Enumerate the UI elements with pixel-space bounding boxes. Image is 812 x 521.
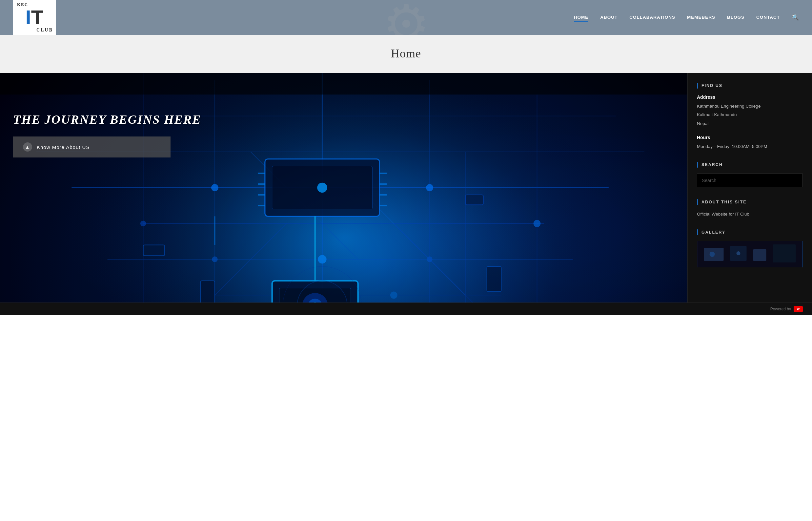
svg-point-39 [427,256,432,262]
address-label: Address [697,94,803,100]
right-sidebar: FIND US Address Kathmandu Engineering Co… [688,73,812,302]
powered-by-text: Powered by [770,307,791,311]
page-title: Home [0,47,812,60]
address-line2: Kalimati-Kathmandu [697,112,803,118]
about-site-text: Official Website for IT Club [697,211,803,218]
arrow-up-icon: ▲ [23,142,32,152]
svg-point-38 [318,255,326,264]
svg-point-58 [710,252,715,257]
hero-text-area: THE JOURNEY BEGINS HERE ▲ Know More Abou… [13,112,201,157]
hero-section: THE JOURNEY BEGINS HERE ▲ Know More Abou… [0,73,688,302]
svg-point-43 [390,292,397,299]
powered-by-logo-icon: W [794,306,803,312]
svg-rect-56 [753,249,766,261]
nav-collaborations[interactable]: COLLABARATIONS [629,14,675,22]
svg-rect-52 [0,73,688,94]
powered-by-bar: Powered by W [0,302,812,315]
find-us-title: FIND US [697,83,803,89]
search-section: SEARCH [697,162,803,187]
main-content: THE JOURNEY BEGINS HERE ▲ Know More Abou… [0,73,812,302]
svg-rect-44 [143,245,165,256]
svg-rect-45 [465,195,483,205]
hero-title: THE JOURNEY BEGINS HERE [13,112,201,127]
search-input[interactable] [697,174,803,187]
search-title: SEARCH [697,162,803,168]
logo-i-letter: I [25,7,31,27]
nav-about[interactable]: ABOUT [600,14,618,22]
logo-club-text: CLUB [37,27,56,33]
logo[interactable]: KEC I T CLUB [13,0,56,35]
search-icon[interactable]: 🔍 [792,14,799,21]
page-title-area: Home [0,35,812,73]
svg-point-41 [140,221,146,226]
nav-home[interactable]: HOME [574,14,589,22]
header: ⚙ KEC I T CLUB HOME ABOUT COLLABARATIONS… [0,0,812,35]
svg-point-40 [534,220,541,227]
logo-it-letters: I T [25,7,43,27]
about-site-title: ABOUT THIS SITE [697,199,803,205]
address-line1: Kathmandu Engineering College [697,103,803,110]
svg-rect-57 [773,244,796,263]
gallery-section: GALLERY [697,229,803,267]
logo-t-letter: T [31,7,44,27]
svg-rect-46 [200,281,215,302]
nav-blogs[interactable]: BLOGS [727,14,744,22]
svg-rect-47 [487,266,502,291]
svg-point-59 [737,251,741,255]
main-nav: HOME ABOUT COLLABARATIONS MEMEBERS BLOGS… [574,14,799,22]
circuit-board-visual [0,73,688,302]
know-more-button[interactable]: ▲ Know More About US [13,136,170,157]
about-site-section: ABOUT THIS SITE Official Website for IT … [697,199,803,218]
address-line3: Nepal [697,120,803,127]
gear-decoration-icon: ⚙ [383,0,430,35]
svg-point-35 [317,183,327,193]
svg-point-37 [212,256,217,262]
svg-point-36 [426,184,433,191]
hours-text: Monday—Friday: 10:00AM–5:00PM [697,143,803,150]
hero-button-label: Know More About US [37,144,90,150]
gallery-image[interactable] [697,241,803,267]
find-us-section: FIND US Address Kathmandu Engineering Co… [697,83,803,150]
gallery-title: GALLERY [697,229,803,235]
svg-point-34 [211,184,218,191]
hours-label: Hours [697,135,803,140]
nav-members[interactable]: MEMEBERS [687,14,715,22]
nav-contact[interactable]: CONTACT [756,14,780,22]
